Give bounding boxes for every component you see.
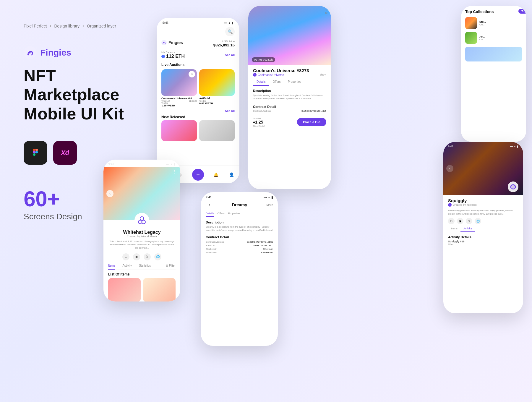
- auction-img-1: ♡: [161, 69, 197, 96]
- svg-rect-5: [33, 153, 35, 156]
- instagram-icon-3[interactable]: ▣: [133, 253, 140, 260]
- time-5: 9:41: [448, 145, 453, 148]
- more-text[interactable]: More: [319, 73, 326, 77]
- top-bid-usd: ($3,738.17): [253, 124, 265, 127]
- verified-icon: ✓: [253, 73, 257, 77]
- col-thumb-2: [465, 32, 477, 44]
- description-section: Description Spesh is looking for his bes…: [248, 86, 331, 103]
- see-all-balance[interactable]: See All: [225, 54, 235, 57]
- auction-card-2[interactable]: Artificial Top Bid 0.07 WETH: [199, 69, 235, 108]
- desc-text: Spesh is looking for his best friend thr…: [253, 94, 326, 100]
- search-button-1[interactable]: 🔍: [225, 27, 235, 36]
- auction-time-row-1: Time Left 01:50:22: [161, 100, 197, 102]
- nav-bell-icon[interactable]: 🔔: [213, 171, 220, 178]
- items-tab-3[interactable]: Items: [108, 262, 115, 270]
- nft-header-title-4: Dreamy: [232, 202, 247, 207]
- squiggly-socials-5: ⬡ ▣ 𝕏 🌐: [443, 217, 523, 226]
- back-arrow-5[interactable]: ‹: [446, 165, 453, 172]
- squiggly-creator-5: ✓ Created by natealex: [448, 203, 518, 207]
- desc-section-4: Description Dreamy is a departure from t…: [201, 219, 278, 234]
- bid-value-2: 0.07 WETH: [199, 102, 235, 105]
- item-thumb-1: [108, 278, 141, 302]
- tag-design-library: Design library: [54, 24, 80, 28]
- activity-tab-3[interactable]: Activity: [122, 262, 132, 270]
- act-item-label-5: Squiggly #18: [448, 240, 465, 243]
- activity-tab-5[interactable]: Activity: [460, 226, 475, 232]
- centralized-label-4: Blockchain: [206, 251, 217, 254]
- stats-tab-3[interactable]: Statistics: [139, 262, 151, 270]
- eth-dot-1: [161, 55, 165, 58]
- tags-row: Pixel Perfect • Design library • Organiz…: [24, 24, 154, 28]
- nft-header-4: ‹ Dreamy More: [201, 200, 278, 211]
- more-4[interactable]: More: [266, 203, 273, 207]
- place-bid-button[interactable]: Place a Bid: [297, 118, 326, 126]
- token-id-label-4: Token ID: [206, 244, 215, 247]
- tab-details[interactable]: Details: [253, 78, 269, 86]
- discord-5[interactable]: ⬡: [448, 218, 455, 224]
- brand-name: Fingies: [40, 48, 71, 58]
- phone-dreamy: 9:41 ▪▪▪ ▲ ▮ ‹ Dreamy More Details Offer…: [201, 192, 278, 346]
- heart-icon-2: ♡: [325, 9, 327, 12]
- back-chevron-3[interactable]: ‹: [106, 190, 113, 197]
- nft-title-area: Coolman's Universe #8273 ✓ Coolman's Uni…: [248, 65, 331, 78]
- status-bar-1: 9:41 ▪▪▪ ▲ ▮: [157, 18, 239, 26]
- offers-tab-4[interactable]: Offers: [218, 211, 225, 217]
- dot1: •: [50, 24, 51, 28]
- tab-offers[interactable]: Offers: [269, 78, 284, 86]
- items-grid-3: [108, 278, 176, 302]
- usd-label-1: USD Price: [213, 40, 235, 43]
- figma-logo-icon: [30, 147, 41, 159]
- status-bar-3: 9:41 ▪▪▪ ▲ ▮: [103, 160, 180, 167]
- top-bid-label: Top Bid: [253, 117, 265, 120]
- items-tab-5[interactable]: Items: [448, 226, 460, 232]
- bid-label-2: Top Bid: [199, 100, 235, 102]
- hero-img-3: ‹ ⋮: [103, 167, 180, 220]
- status-bar-5: 9:41 ▪▪▪ ▲ ▮: [443, 142, 523, 149]
- auction-img-gradient-2: [199, 69, 235, 96]
- top-bid-value: ♦1.25: [253, 120, 265, 124]
- desc-text-4: Dreamy is a departure from the type of p…: [206, 225, 273, 232]
- phone-nft-detail: 02 : 05 : 02 Left ♡ 53 Coolman's Univers…: [248, 6, 331, 189]
- heart-btn-1[interactable]: ♡: [189, 71, 195, 77]
- contract-title: Contract Detail: [253, 105, 326, 108]
- nav-profile-icon[interactable]: 👤: [228, 171, 235, 178]
- dots-5[interactable]: ⋮: [515, 145, 520, 150]
- menu-dots-3[interactable]: ⋮: [173, 169, 177, 174]
- web-5[interactable]: 🌐: [475, 218, 481, 224]
- nav-add-button[interactable]: +: [192, 169, 204, 181]
- twitter-5[interactable]: 𝕏: [466, 218, 472, 224]
- blockchain-label-4: Blockchain: [206, 248, 217, 250]
- tab-properties[interactable]: Properties: [284, 78, 305, 86]
- auction-card-1[interactable]: ♡ Coolman's Universe #82... Time Left 01…: [161, 69, 197, 108]
- svg-rect-2: [33, 149, 35, 151]
- balance-block-1: My Balance 112 ETH: [161, 51, 185, 59]
- auction-name-1: Coolman's Universe #82...: [161, 97, 197, 100]
- contract-address-row-4: Contract Address 0x495f94727677e...7b5e: [206, 241, 273, 243]
- web-icon-3[interactable]: 🌐: [154, 253, 161, 260]
- contract-address-label: Contract Address: [253, 110, 271, 112]
- released-img-1: [161, 120, 197, 141]
- figma-icon-box: [24, 141, 47, 165]
- instagram-5[interactable]: ▣: [457, 218, 463, 224]
- back-arrow-4[interactable]: ‹: [206, 201, 213, 208]
- social-row-3: ⬡ ▣ 𝕏 🌐: [103, 252, 180, 262]
- contract-section: Contract Detail Contract Address 0xa5C08…: [248, 103, 331, 115]
- props-tab-4[interactable]: Properties: [228, 211, 240, 217]
- contract-address-value: 0xa5C08d78D166...3c5: [301, 110, 326, 112]
- eth-value-1: 112 ETH: [166, 54, 185, 59]
- profile-title-3: Whitehat Legacy: [103, 230, 180, 235]
- title-line2: Mobile UI Kit: [24, 104, 124, 123]
- header-row-1: Fingies USD Price $326,892.16: [157, 39, 239, 50]
- creator-name: ✓ Coolman's Universe: [253, 73, 284, 77]
- discord-icon-3[interactable]: ⬡: [122, 253, 129, 260]
- released-grid: [157, 120, 239, 141]
- heart-count-value: 53: [325, 12, 327, 14]
- see-all-link[interactable]: See All: [225, 109, 235, 113]
- items-title-3: List Of Items: [108, 272, 176, 276]
- filter-btn-3[interactable]: ⊟ Filter: [166, 262, 176, 270]
- twitter-icon-3[interactable]: 𝕏: [144, 253, 151, 260]
- squiggly-title-5: Squiggly: [448, 198, 518, 203]
- new-released-title: New Released: [157, 114, 239, 120]
- header-tabs-4: Details Offers Properties: [201, 211, 278, 217]
- details-tab-4[interactable]: Details: [206, 211, 214, 217]
